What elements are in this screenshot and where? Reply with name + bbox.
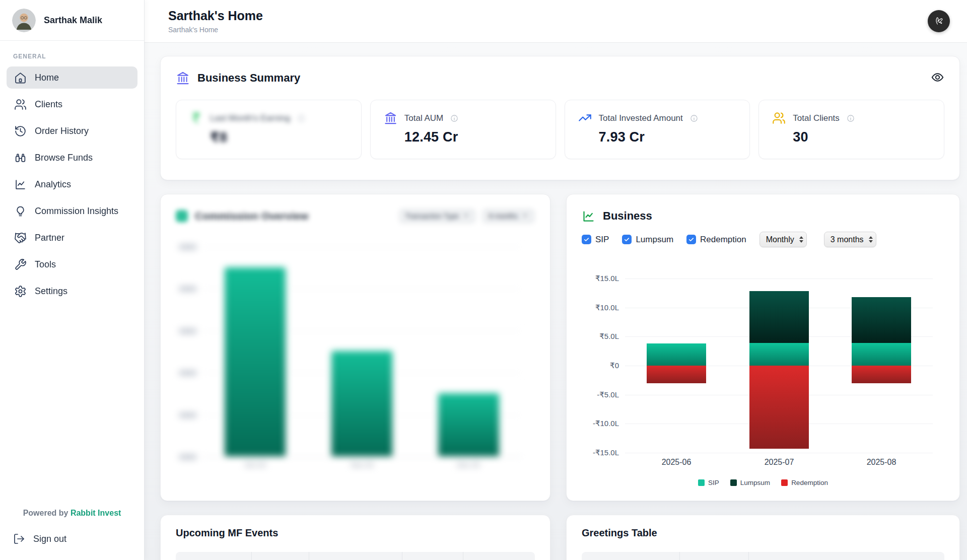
commission-overview-title: Commission Overview	[195, 210, 308, 222]
x-axis-label: Oct-25	[225, 461, 286, 469]
stat-value: 7.93 Cr	[599, 129, 737, 145]
events-column-next-7-days: Next 7 Days	[309, 552, 402, 560]
sidebar-item-label: Order History	[35, 126, 89, 136]
greetings-column-age: Age	[679, 552, 748, 560]
user-name: Sarthak Malik	[44, 15, 102, 26]
rabbit-logo-button[interactable]	[928, 10, 950, 32]
y-tick-label: -₹5.0L	[576, 390, 619, 399]
info-icon[interactable]	[847, 114, 855, 122]
gridline	[625, 278, 933, 279]
checkbox-check-icon	[582, 235, 591, 244]
y-tick-label: ₹15.0L	[576, 274, 619, 283]
sidebar-item-partner[interactable]: Partner	[7, 227, 137, 249]
sign-out-label: Sign out	[33, 534, 66, 544]
sidebar-item-commission-insights[interactable]: Commission Insights	[7, 200, 137, 222]
checkbox-redemption[interactable]: Redemption	[686, 235, 746, 245]
business-summary-card: Business Summary Last Month's Earning₹8T…	[160, 56, 960, 180]
greetings-column-name: Name	[582, 552, 679, 560]
checkbox-check-icon	[622, 235, 632, 244]
events-table-header: EventTodayNext 7 DaysClientsAmount	[176, 552, 535, 560]
y-tick-label-blurred	[179, 454, 197, 460]
gridline	[202, 457, 522, 457]
sidebar-item-order-history[interactable]: Order History	[7, 120, 137, 142]
checkbox-check-icon	[686, 235, 696, 244]
eye-icon	[931, 71, 944, 86]
period-select[interactable]: 3 months	[824, 232, 876, 247]
frequency-select[interactable]: Monthly	[759, 232, 807, 247]
avatar	[12, 9, 36, 32]
checkbox-lumpsum[interactable]: Lumpsum	[622, 235, 673, 245]
chart-icon	[582, 209, 595, 223]
y-tick-label: -₹15.0L	[576, 448, 619, 457]
stat-value: 30	[793, 129, 931, 145]
commission-overview-card: Commission Overview Transaction Type6 mo…	[160, 194, 550, 501]
stat-label: Total Invested Amount	[599, 113, 683, 123]
bar-segment-sip-2025-07	[749, 343, 809, 366]
stat-label: Total Clients	[793, 113, 840, 123]
info-icon[interactable]	[450, 114, 458, 122]
sidebar-item-clients[interactable]: Clients	[7, 93, 137, 115]
filter-dropdown-transaction-type[interactable]: Transaction Type	[399, 208, 476, 224]
events-column-today: Today	[251, 552, 309, 560]
upcoming-events-title: Upcoming MF Events	[176, 527, 535, 539]
gear-icon	[14, 285, 27, 298]
sidebar-item-home[interactable]: Home	[7, 66, 137, 89]
rupee-icon	[189, 111, 203, 125]
sidebar-item-tools[interactable]: Tools	[7, 253, 137, 275]
sidebar: Sarthak Malik GENERAL HomeClientsOrder H…	[0, 0, 145, 560]
bar-segment-lumpsum-2025-08	[852, 297, 911, 343]
top-bar: Sarthak's Home Sarthak's Home	[145, 0, 967, 43]
handshake-icon	[14, 232, 27, 244]
sidebar-item-browse-funds[interactable]: Browse Funds	[7, 147, 137, 169]
page-title: Sarthak's Home	[168, 9, 263, 23]
history-icon	[14, 125, 27, 137]
rabbit-icon	[931, 14, 946, 29]
y-tick-label: -₹10.0L	[576, 419, 619, 428]
gridline	[625, 453, 933, 453]
events-column-event: Event	[176, 552, 251, 560]
bar-segment-redemption-2025-08	[852, 366, 911, 383]
chevron-down-icon	[522, 212, 528, 220]
sign-out-button[interactable]: Sign out	[0, 530, 144, 560]
sidebar-item-label: Home	[35, 73, 59, 83]
commission-chart: Oct-25Nov-25Dec-25	[202, 247, 522, 457]
nav-section-label: GENERAL	[13, 53, 131, 60]
brand-name: Rabbit Invest	[71, 509, 121, 517]
gridline	[202, 247, 522, 247]
checkbox-sip[interactable]: SIP	[582, 235, 609, 245]
legend-swatch	[781, 479, 788, 486]
sidebar-item-label: Clients	[35, 99, 62, 110]
trending-up-icon	[578, 111, 592, 125]
legend-item-redemption: Redemption	[781, 479, 828, 486]
bank-icon	[176, 71, 190, 85]
legend-item-lumpsum: Lumpsum	[730, 479, 770, 486]
bar-segment-lumpsum-2025-07	[749, 291, 809, 343]
bar-segment-redemption-2025-07	[749, 366, 809, 449]
main-content: Business Summary Last Month's Earning₹8T…	[145, 43, 967, 560]
y-tick-label: ₹0	[576, 361, 619, 370]
greetings-title: Greetings Table	[582, 527, 944, 539]
y-tick-label-blurred	[179, 370, 197, 376]
stat-label: Last Month's Earning	[210, 113, 290, 123]
info-icon[interactable]	[297, 114, 305, 122]
x-axis-label: 2025-08	[846, 458, 917, 467]
commission-bar-Nov-25	[331, 351, 392, 456]
sidebar-item-label: Settings	[35, 286, 67, 297]
users-icon	[772, 111, 786, 125]
info-icon[interactable]	[690, 114, 698, 122]
sidebar-item-analytics[interactable]: Analytics	[7, 173, 137, 195]
sidebar-item-label: Tools	[35, 259, 56, 270]
greetings-column-send-greeting: Send Greeting	[748, 552, 944, 560]
sidebar-item-label: Analytics	[35, 179, 71, 190]
stat-value: ₹8	[210, 129, 348, 146]
user-block[interactable]: Sarthak Malik	[0, 0, 144, 41]
stat-card-total-aum: Total AUM12.45 Cr	[370, 100, 556, 159]
commission-bar-Dec-25	[438, 393, 499, 456]
sidebar-item-label: Commission Insights	[35, 206, 118, 217]
upcoming-mf-events-card: Upcoming MF Events EventTodayNext 7 Days…	[160, 515, 550, 560]
eye-toggle-button[interactable]	[931, 71, 944, 86]
sidebar-item-settings[interactable]: Settings	[7, 280, 137, 302]
commission-icon	[176, 210, 188, 222]
x-axis-label: Nov-25	[332, 461, 392, 469]
filter-dropdown-6-months[interactable]: 6 months	[482, 208, 535, 224]
